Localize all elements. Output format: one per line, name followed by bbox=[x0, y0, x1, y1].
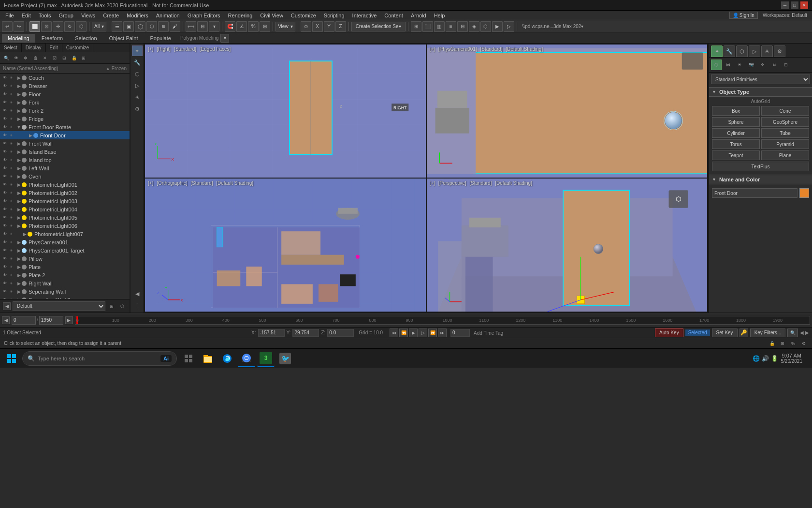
eye-icon[interactable]: 👁 bbox=[2, 281, 8, 286]
rp-geometry-icon[interactable]: ⬡ bbox=[711, 60, 722, 70]
redo-button[interactable]: ↪ bbox=[14, 21, 24, 32]
eye-icon[interactable]: 👁 bbox=[2, 264, 8, 270]
scene-item[interactable]: 👁 ☀ ▶ PhotometricLight003 bbox=[0, 197, 130, 205]
undo-button[interactable]: ↩ bbox=[2, 21, 13, 32]
vp2-render[interactable]: [Standard] bbox=[480, 46, 503, 52]
eye-icon[interactable]: 👁 bbox=[2, 165, 8, 171]
vp1-render[interactable]: [Standard] bbox=[174, 46, 196, 52]
expand-icon[interactable]: ▶ bbox=[16, 240, 22, 245]
eye-icon[interactable]: 👁 bbox=[2, 157, 8, 163]
expand-icon[interactable]: ▶ bbox=[16, 215, 22, 220]
tube-btn[interactable]: Tube bbox=[761, 128, 809, 138]
eye-icon[interactable]: 👁 bbox=[2, 272, 8, 278]
3dsmax-taskbar-btn[interactable]: 3 bbox=[257, 350, 275, 367]
scene-tab-display[interactable]: Display bbox=[22, 44, 46, 52]
menu-arnold[interactable]: Arnold bbox=[407, 12, 430, 19]
use-pivot-center[interactable]: ⊙ bbox=[301, 21, 311, 32]
eye-icon[interactable]: 👁 bbox=[2, 215, 8, 221]
expand-icon[interactable]: ▶ bbox=[16, 182, 22, 187]
scene-item[interactable]: 👁 ☀ ▶ Seperating Wall bbox=[0, 287, 130, 296]
render-icon[interactable]: ☀ bbox=[8, 149, 14, 155]
render-icon[interactable]: ☀ bbox=[8, 207, 14, 212]
sidebar-dots-icon[interactable]: ⋮ bbox=[132, 300, 143, 311]
lasso-select-button[interactable]: ≋ bbox=[158, 21, 169, 32]
menu-file[interactable]: File bbox=[2, 12, 17, 19]
eye-icon[interactable]: 👁 bbox=[2, 198, 8, 204]
scene-item[interactable]: 👁 ☀ ▶ Front Door bbox=[0, 131, 130, 139]
menu-group[interactable]: Group bbox=[55, 12, 77, 19]
timeline-track[interactable]: 0 100 200 300 400 500 600 700 800 900 10… bbox=[75, 316, 810, 325]
pyramid-btn[interactable]: Pyramid bbox=[761, 139, 809, 149]
scene-item[interactable]: 👁 ☀ ▶ PhotometricLight006 bbox=[0, 222, 130, 230]
rp-tab-create[interactable]: ✦ bbox=[711, 45, 723, 57]
expand-icon[interactable]: ▶ bbox=[16, 199, 22, 204]
render-icon[interactable]: ☀ bbox=[8, 157, 14, 163]
scene-item[interactable]: 👁 ☀ ▶ Fridge bbox=[0, 115, 130, 123]
expand-icon[interactable]: ▶ bbox=[16, 224, 22, 228]
vp4-render[interactable]: [Standard] bbox=[469, 180, 492, 186]
scene-select-none[interactable]: ✕ bbox=[41, 54, 49, 62]
eye-icon[interactable]: 👁 bbox=[2, 207, 8, 212]
key-filters-btn[interactable]: Key Filters... bbox=[750, 329, 786, 337]
rp-tab-hierarchy[interactable]: ⬡ bbox=[736, 45, 748, 57]
scale-button[interactable]: ⬡ bbox=[76, 21, 87, 32]
render-icon[interactable]: ☀ bbox=[8, 231, 14, 237]
vp1-shading[interactable]: [Edged Faces] bbox=[200, 46, 231, 52]
expand-icon[interactable]: ▶ bbox=[16, 289, 22, 294]
app5-btn[interactable]: 🐦 bbox=[276, 350, 294, 367]
expand-icon[interactable]: ▶ bbox=[16, 281, 22, 286]
expand-icon[interactable]: ▶ bbox=[16, 273, 22, 278]
window-controls[interactable]: ─ □ ✕ bbox=[781, 1, 808, 9]
eye-icon[interactable]: 👁 bbox=[2, 248, 8, 254]
render-icon[interactable]: ☀ bbox=[8, 215, 14, 221]
expand-icon[interactable]: ▶ bbox=[16, 100, 22, 105]
expand-icon[interactable]: ▶ bbox=[16, 174, 22, 179]
menu-animation[interactable]: Animation bbox=[153, 12, 183, 19]
geosphere-btn[interactable]: GeoSphere bbox=[761, 117, 809, 127]
percent-snap-icon[interactable]: % bbox=[789, 339, 798, 348]
network-icon[interactable]: 🌐 bbox=[753, 355, 760, 362]
scene-prev-btn[interactable]: ◀ bbox=[3, 302, 11, 310]
menu-tools[interactable]: Tools bbox=[35, 12, 55, 19]
vp3-plus[interactable]: [+] bbox=[148, 180, 153, 186]
viewport-camera[interactable]: [+] [PhysCamera001] [Standard] [Default … bbox=[427, 45, 708, 178]
scene-item[interactable]: 👁 ☀ ▶ PhotometricLight007 bbox=[0, 230, 130, 238]
ribbon-tab-object-paint[interactable]: Object Paint bbox=[103, 34, 144, 43]
ribbon-tab-populate[interactable]: Populate bbox=[144, 34, 176, 43]
scene-tab-select[interactable]: Select bbox=[0, 44, 22, 52]
align-button[interactable]: ⊟ bbox=[197, 21, 208, 32]
snap-3d-button[interactable]: 🧲 bbox=[225, 21, 235, 32]
lock-selection-icon[interactable]: 🔒 bbox=[768, 339, 776, 348]
menu-civil-view[interactable]: Civil View bbox=[257, 12, 286, 19]
eye-icon[interactable]: 👁 bbox=[2, 174, 8, 179]
viewport-perspective[interactable]: [+] [Perspective] [Standard] [Default Sh… bbox=[427, 179, 708, 312]
primitive-type-dropdown[interactable]: Standard Primitives Extended Primitives … bbox=[711, 75, 810, 84]
scene-item[interactable]: 👁 ☀ ▶ PhotometricLight001 bbox=[0, 180, 130, 189]
expand-icon[interactable]: ▶ bbox=[16, 248, 22, 253]
file-explorer-btn[interactable] bbox=[199, 350, 217, 367]
scene-item[interactable]: 👁 ☀ ▶ Floor bbox=[0, 90, 130, 98]
snap-angle-button[interactable]: ∠ bbox=[236, 21, 247, 32]
object-name-input[interactable] bbox=[712, 188, 798, 198]
expand-icon[interactable]: ▶ bbox=[16, 92, 22, 97]
eye-icon[interactable]: 👁 bbox=[2, 182, 8, 188]
timeline-prev-arrow[interactable]: ◀ bbox=[2, 316, 10, 324]
render-icon[interactable]: ☀ bbox=[8, 272, 14, 278]
scene-item[interactable]: 👁 ☀ ▶ PhotometricLight004 bbox=[0, 205, 130, 213]
menu-help[interactable]: Help bbox=[431, 12, 449, 19]
render-icon[interactable]: ☀ bbox=[8, 198, 14, 204]
render-icon[interactable]: ☀ bbox=[8, 116, 14, 122]
scene-item[interactable]: 👁 ☀ ▶ Island top bbox=[0, 156, 130, 164]
eye-icon[interactable]: 👁 bbox=[2, 116, 8, 122]
add-time-tag-btn[interactable]: Add Time Tag bbox=[474, 330, 503, 336]
prev-frame-btn[interactable]: ⏪ bbox=[399, 329, 408, 337]
restrict-x[interactable]: X bbox=[312, 21, 323, 32]
menu-content[interactable]: Content bbox=[381, 12, 406, 19]
select-region-button[interactable]: ⊡ bbox=[41, 21, 52, 32]
scene-col-frozen[interactable]: ▲ Frozen bbox=[102, 66, 127, 71]
scene-item[interactable]: 👁 ☀ ▶ Plate bbox=[0, 263, 130, 271]
textplus-btn[interactable]: TextPlus bbox=[712, 162, 809, 171]
expand-icon[interactable]: ▶ bbox=[16, 84, 22, 89]
eye-icon[interactable]: 👁 bbox=[2, 190, 8, 196]
layer-manager-button[interactable]: ⊞ bbox=[411, 21, 421, 32]
